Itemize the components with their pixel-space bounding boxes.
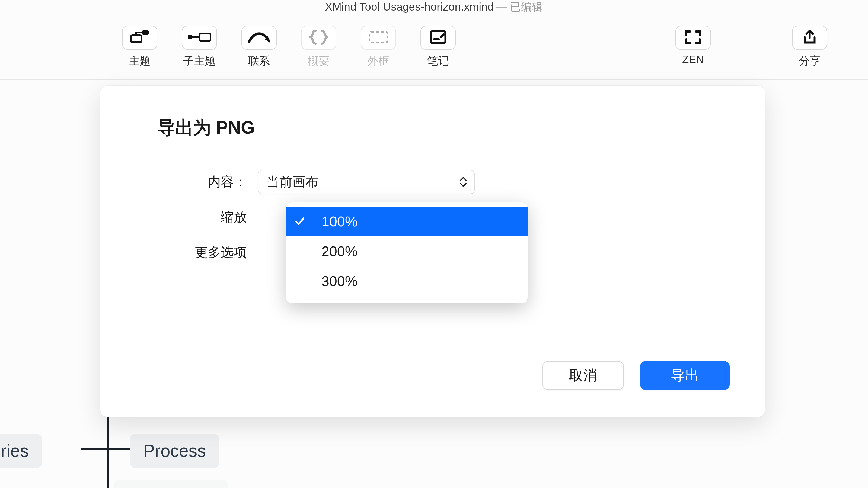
relationship-button[interactable] [241, 26, 277, 50]
dialog-footer: 取消 导出 [542, 361, 730, 390]
summary-button [301, 26, 336, 50]
scale-option-100[interactable]: 100% [286, 206, 528, 236]
toolbar-left-group: 主题 子主题 [117, 26, 461, 68]
window-titlebar: XMind Tool Usages-horizon.xmind — 已编辑 [0, 0, 868, 13]
more-options-label: 更多选项 [135, 244, 250, 261]
mindmap-edge [106, 415, 109, 488]
svg-rect-5 [369, 32, 388, 42]
toolbar-item-subtopic[interactable]: 子主题 [176, 26, 222, 68]
note-label: 笔记 [427, 54, 449, 68]
svg-rect-6 [431, 31, 445, 43]
svg-rect-0 [131, 35, 142, 42]
mindmap-node-process[interactable]: Process [130, 434, 219, 468]
summary-brace-icon [309, 30, 328, 46]
svg-rect-1 [142, 30, 149, 35]
boundary-label: 外框 [368, 54, 389, 68]
main-toolbar: 主题 子主题 [0, 13, 868, 80]
select-stepper-icon [460, 177, 467, 187]
boundary-button [361, 26, 396, 50]
window-title-status: — 已编辑 [496, 0, 543, 14]
note-pencil-icon [429, 30, 447, 46]
summary-label: 概要 [308, 54, 330, 68]
toolbar-item-zen[interactable]: ZEN [670, 26, 716, 68]
topic-label: 主题 [129, 54, 151, 68]
content-label: 内容： [135, 173, 250, 191]
mindmap-node-categories[interactable]: tegories [0, 434, 42, 468]
toolbar-item-note[interactable]: 笔记 [415, 26, 461, 68]
zen-button[interactable] [675, 26, 711, 50]
scale-option-200[interactable]: 200% [286, 236, 528, 266]
svg-rect-4 [199, 33, 211, 41]
mindmap-edge [82, 448, 130, 450]
svg-rect-2 [188, 35, 191, 39]
mindmap-canvas-peek: tegories Process [0, 415, 244, 488]
note-button[interactable] [421, 26, 456, 50]
export-button[interactable]: 导出 [640, 361, 730, 390]
content-select[interactable]: 当前画布 [258, 170, 475, 194]
cancel-button[interactable]: 取消 [542, 361, 624, 390]
boundary-dashed-icon [368, 31, 389, 45]
topic-icon [129, 30, 150, 45]
toolbar-right-group: ZEN 分享 [670, 26, 833, 68]
export-png-dialog: 导出为 PNG 内容： 当前画布 缩放 更多选项 100% [100, 86, 765, 417]
scale-option-300[interactable]: 300% [286, 266, 528, 296]
share-label: 分享 [799, 54, 820, 68]
scale-option-text: 300% [321, 273, 358, 289]
share-icon [802, 30, 817, 46]
window-title-filename: XMind Tool Usages-horizon.xmind [325, 1, 494, 13]
dialog-title: 导出为 PNG [157, 116, 730, 140]
zen-fullscreen-icon [685, 30, 701, 45]
relationship-label: 联系 [248, 54, 270, 68]
share-button[interactable] [792, 26, 827, 50]
toolbar-item-share[interactable]: 分享 [786, 26, 833, 68]
zen-label: ZEN [682, 54, 704, 66]
relationship-arrow-icon [247, 30, 271, 45]
toolbar-item-topic[interactable]: 主题 [117, 26, 163, 68]
subtopic-button[interactable] [182, 26, 217, 50]
subtopic-icon [188, 33, 211, 43]
scale-label: 缩放 [135, 208, 250, 226]
subtopic-label: 子主题 [183, 54, 216, 68]
check-icon [294, 214, 305, 230]
scale-dropdown[interactable]: 100% 200% 300% [286, 202, 528, 303]
toolbar-item-summary: 概要 [296, 26, 342, 68]
mindmap-node-partial [114, 480, 228, 488]
content-select-value: 当前画布 [267, 173, 318, 191]
toolbar-item-relationship[interactable]: 联系 [236, 26, 282, 68]
form-row-content: 内容： 当前画布 [135, 164, 730, 199]
toolbar-item-boundary: 外框 [355, 26, 401, 68]
scale-option-text: 200% [321, 243, 358, 259]
scale-option-text: 100% [321, 214, 358, 230]
topic-button[interactable] [122, 26, 157, 50]
